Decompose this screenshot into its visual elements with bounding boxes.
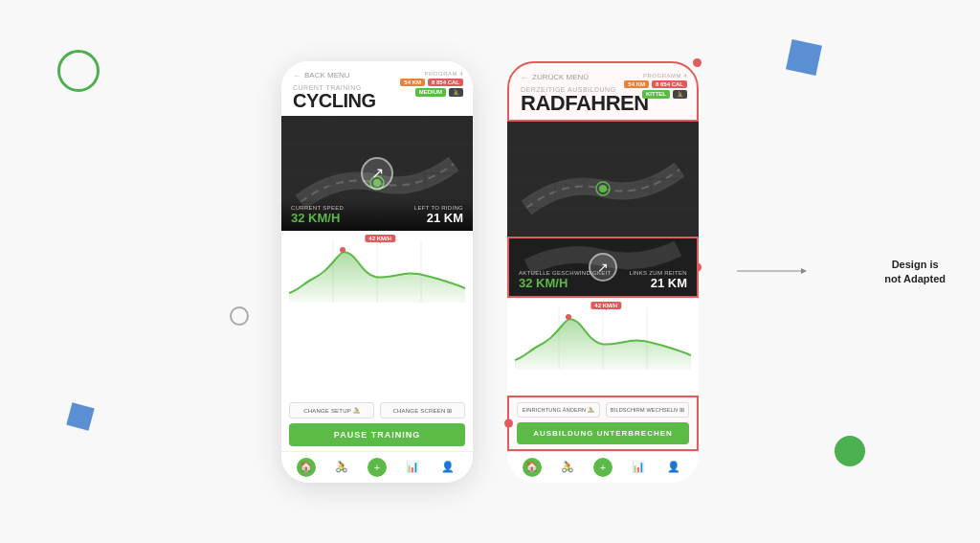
right-pause-button[interactable]: AUSBILDUNG UNTERBRECHEN bbox=[517, 422, 689, 444]
right-map-svg bbox=[507, 122, 699, 237]
left-pause-button[interactable]: PAUSE TRAINING bbox=[289, 423, 465, 446]
svg-point-20 bbox=[599, 185, 607, 192]
right-badge-bike: 🚴 bbox=[673, 90, 687, 99]
right-speed-label: AKTUELLE GESCHWINDIGKEIT bbox=[519, 270, 612, 276]
right-distance-label: LINKS ZUM REITEN bbox=[630, 270, 687, 276]
left-badge-bike: 🚴 bbox=[449, 88, 463, 97]
right-speed-section: ↗ AKTUELLE GESCHWINDIGKEIT 32 KM/H LINKS… bbox=[507, 237, 699, 298]
left-btn-row: CHANGE SETUP 🚴 CHANGE SCREEN ⊞ bbox=[289, 402, 465, 419]
left-speed-value: 32 KM/H bbox=[291, 211, 344, 225]
left-nav-user-icon[interactable]: 👤 bbox=[438, 458, 457, 477]
left-program-block: PROGRAM 4 54 KM 8 854 CAL MEDIUM 🚴 bbox=[400, 71, 463, 97]
right-phone-map bbox=[507, 122, 699, 237]
right-speed-row: AKTUELLE GESCHWINDIGKEIT 32 KM/H LINKS Z… bbox=[509, 264, 697, 296]
right-program-label: PROGRAMM 4 bbox=[643, 73, 687, 79]
right-badge-row: 54 KM 8 654 CAL bbox=[624, 80, 687, 88]
left-back-arrow-icon: ← bbox=[293, 71, 301, 80]
right-back-arrow-icon: ← bbox=[521, 73, 529, 82]
right-badge-kittel: KITTEL bbox=[642, 90, 670, 99]
left-change-screen-button[interactable]: CHANGE SCREEN ⊞ bbox=[380, 402, 465, 419]
annotation-line1: Design is bbox=[892, 258, 939, 269]
right-dot-buttons bbox=[504, 419, 513, 427]
left-change-setup-button[interactable]: CHANGE SETUP 🚴 bbox=[289, 402, 374, 419]
left-phone-chart: 42 KM/H bbox=[281, 231, 473, 397]
left-nav-stats-icon[interactable]: 📊 bbox=[403, 458, 422, 477]
right-btn-row: EINRICHTUNG ÄNDERN 🚴 BILDSCHIRM WECHSELN… bbox=[517, 402, 689, 418]
left-speed-block: CURRENT SPEED 32 KM/H bbox=[291, 205, 344, 225]
left-badge-cal: 8 854 CAL bbox=[428, 79, 463, 86]
left-speed-overlay: CURRENT SPEED 32 KM/H LEFT TO RIDING 21 … bbox=[281, 197, 473, 231]
left-chart-svg bbox=[289, 240, 465, 303]
svg-point-12 bbox=[340, 247, 345, 253]
right-nav-home-icon[interactable]: 🏠 bbox=[523, 458, 542, 477]
right-change-screen-button[interactable]: BILDSCHIRM WECHSELN ⊞ bbox=[606, 402, 689, 418]
left-nav-home-icon[interactable]: 🏠 bbox=[297, 458, 316, 477]
left-phone-header: ← BACK MENU CURENT TRAINING CYCLING PROG… bbox=[281, 61, 473, 116]
left-badge-row: 54 KM 8 854 CAL bbox=[400, 79, 463, 86]
right-nav-bike-icon[interactable]: 🚴 bbox=[558, 458, 577, 477]
right-nav-user-icon[interactable]: 👤 bbox=[664, 458, 683, 477]
phones-container: ← BACK MENU CURENT TRAINING CYCLING PROG… bbox=[0, 0, 980, 543]
left-nav-add-icon[interactable]: + bbox=[368, 458, 387, 477]
right-phone-chart: 42 KM/H bbox=[507, 298, 699, 396]
left-program-label: PROGRAM 4 bbox=[424, 71, 463, 77]
right-speed-value: 32 KM/H bbox=[519, 276, 612, 290]
left-phone-map: ↗ CURRENT SPEED 32 KM/H LEFT TO RIDING 2… bbox=[281, 116, 473, 231]
right-phone-nav: 🏠 🚴 + 📊 👤 bbox=[507, 451, 699, 483]
right-chart-peak-label: 42 KM/H bbox=[590, 302, 621, 309]
left-distance-label: LEFT TO RIDING bbox=[414, 205, 463, 211]
right-badge-cal: 8 654 CAL bbox=[652, 80, 687, 88]
left-distance-block: LEFT TO RIDING 21 KM bbox=[414, 205, 463, 225]
left-phone: ← BACK MENU CURENT TRAINING CYCLING PROG… bbox=[281, 61, 473, 483]
left-phone-nav: 🏠 🚴 + 📊 👤 bbox=[281, 451, 473, 483]
right-back-text: ZURÜCK MENÜ bbox=[532, 73, 589, 81]
left-phone-buttons: CHANGE SETUP 🚴 CHANGE SCREEN ⊞ PAUSE TRA… bbox=[281, 397, 473, 451]
right-distance-value: 21 KM bbox=[630, 276, 687, 290]
right-buttons-section: EINRICHTUNG ÄNDERN 🚴 BILDSCHIRM WECHSELN… bbox=[507, 396, 699, 451]
right-header-section: ← ZURÜCK MENÜ DERZEITIGE AUSBILDUNG RADF… bbox=[507, 61, 699, 122]
left-distance-value: 21 KM bbox=[414, 211, 463, 225]
left-badge-km: 54 KM bbox=[400, 79, 425, 86]
right-phone: ← ZURÜCK MENÜ DERZEITIGE AUSBILDUNG RADF… bbox=[507, 61, 699, 483]
left-badge-medium: MEDIUM bbox=[415, 88, 446, 97]
right-speed-block: AKTUELLE GESCHWINDIGKEIT 32 KM/H bbox=[519, 270, 612, 290]
left-nav-arrow-icon: ↗ bbox=[361, 157, 393, 190]
left-back-text: BACK MENU bbox=[304, 71, 350, 79]
right-badge-km: 54 KM bbox=[624, 80, 649, 88]
right-nav-stats-icon[interactable]: 📊 bbox=[629, 458, 648, 477]
right-chart-svg bbox=[515, 307, 691, 370]
left-chart-peak-label: 42 KM/H bbox=[365, 235, 395, 242]
svg-point-26 bbox=[566, 314, 571, 320]
right-dot-header bbox=[693, 58, 702, 67]
annotation-line2: not Adapted bbox=[884, 273, 946, 284]
left-speed-label: CURRENT SPEED bbox=[291, 205, 344, 211]
left-badge-row2: MEDIUM 🚴 bbox=[415, 88, 463, 97]
right-program-block: PROGRAMM 4 54 KM 8 654 CAL KITTEL 🚴 bbox=[624, 73, 687, 99]
left-nav-bike-icon[interactable]: 🚴 bbox=[332, 458, 351, 477]
right-badge-row2: KITTEL 🚴 bbox=[642, 90, 687, 99]
right-change-setup-button[interactable]: EINRICHTUNG ÄNDERN 🚴 bbox=[517, 402, 600, 418]
right-distance-block: LINKS ZUM REITEN 21 KM bbox=[630, 270, 687, 290]
annotation-block: Design is not Adapted bbox=[884, 257, 946, 286]
right-nav-add-icon[interactable]: + bbox=[593, 458, 612, 477]
